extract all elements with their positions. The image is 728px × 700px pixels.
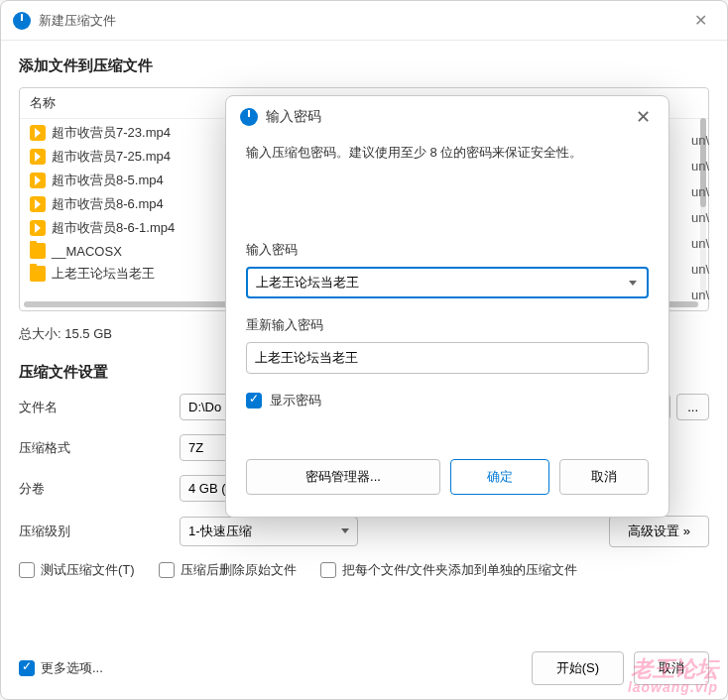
password-manager-button[interactable]: 密码管理器... <box>246 459 440 495</box>
add-files-heading: 添加文件到压缩文件 <box>19 57 709 75</box>
video-file-icon <box>30 149 46 165</box>
footer: 更多选项... 开始(S) 取消 <box>19 651 709 685</box>
video-file-icon <box>30 196 46 212</box>
show-password-checkbox[interactable]: 显示密码 <box>246 392 649 409</box>
show-password-label: 显示密码 <box>270 392 321 409</box>
folder-icon <box>30 266 46 282</box>
level-select[interactable]: 1-快速压缩 <box>180 517 358 546</box>
path-column-fragment: un\un\un\un\un\un\un\ <box>691 128 709 308</box>
window-title: 新建压缩文件 <box>39 12 686 30</box>
file-name: 超市收营员7-25.mp4 <box>52 148 171 166</box>
reenter-password-label: 重新输入密码 <box>246 316 649 334</box>
file-name: 超市收营员8-5.mp4 <box>52 172 164 189</box>
video-file-icon <box>30 125 46 141</box>
checkbox-icon <box>19 660 35 676</box>
app-icon <box>240 108 258 126</box>
level-label: 压缩级别 <box>19 523 180 540</box>
dialog-cancel-button[interactable]: 取消 <box>559 459 649 495</box>
delete-originals-label: 压缩后删除原始文件 <box>181 561 297 579</box>
close-icon[interactable]: ✕ <box>632 106 655 128</box>
separate-archives-label: 把每个文件/文件夹添加到单独的压缩文件 <box>342 561 578 579</box>
dialog-body: 输入压缩包密码。建议使用至少 8 位的密码来保证安全性。 输入密码 上老王论坛当… <box>226 138 668 517</box>
checkbox-icon <box>19 562 35 578</box>
password-dialog: 输入密码 ✕ 输入压缩包密码。建议使用至少 8 位的密码来保证安全性。 输入密码… <box>225 95 669 518</box>
video-file-icon <box>30 173 46 188</box>
file-name: 超市收营员8-6.mp4 <box>52 195 164 213</box>
checkbox-icon <box>246 393 262 408</box>
checkbox-icon <box>320 562 336 578</box>
start-button[interactable]: 开始(S) <box>532 651 624 685</box>
browse-button[interactable]: ... <box>676 394 709 420</box>
password-label: 输入密码 <box>246 241 649 259</box>
test-archive-label: 测试压缩文件(T) <box>41 561 135 579</box>
split-label: 分卷 <box>19 480 180 498</box>
dialog-title: 输入密码 <box>266 108 632 126</box>
filename-label: 文件名 <box>19 399 180 416</box>
folder-icon <box>30 243 46 259</box>
checkbox-icon <box>159 562 175 578</box>
test-archive-checkbox[interactable]: 测试压缩文件(T) <box>19 561 135 579</box>
close-icon[interactable]: ✕ <box>686 9 715 32</box>
delete-originals-checkbox[interactable]: 压缩后删除原始文件 <box>159 561 297 579</box>
more-options-label: 更多选项... <box>41 659 103 677</box>
dialog-titlebar: 输入密码 ✕ <box>226 96 668 138</box>
app-icon <box>13 12 31 30</box>
video-file-icon <box>30 220 46 236</box>
cancel-button[interactable]: 取消 <box>634 651 709 685</box>
reenter-password-input[interactable]: 上老王论坛当老王 <box>246 342 649 374</box>
password-hint: 输入压缩包密码。建议使用至少 8 位的密码来保证安全性。 <box>246 144 649 162</box>
advanced-settings-button[interactable]: 高级设置 » <box>609 516 709 547</box>
file-name: 上老王论坛当老王 <box>52 265 155 283</box>
file-name: 超市收营员7-23.mp4 <box>52 124 171 142</box>
format-label: 压缩格式 <box>19 439 180 457</box>
file-name: __MACOSX <box>52 244 122 259</box>
separate-archives-checkbox[interactable]: 把每个文件/文件夹添加到单独的压缩文件 <box>320 561 578 579</box>
ok-button[interactable]: 确定 <box>450 459 549 495</box>
file-name: 超市收营员8-6-1.mp4 <box>52 219 175 237</box>
more-options-toggle[interactable]: 更多选项... <box>19 659 103 677</box>
titlebar: 新建压缩文件 ✕ <box>1 1 727 41</box>
password-input[interactable]: 上老王论坛当老王 <box>246 267 649 298</box>
dialog-footer: 密码管理器... 确定 取消 <box>246 459 649 499</box>
